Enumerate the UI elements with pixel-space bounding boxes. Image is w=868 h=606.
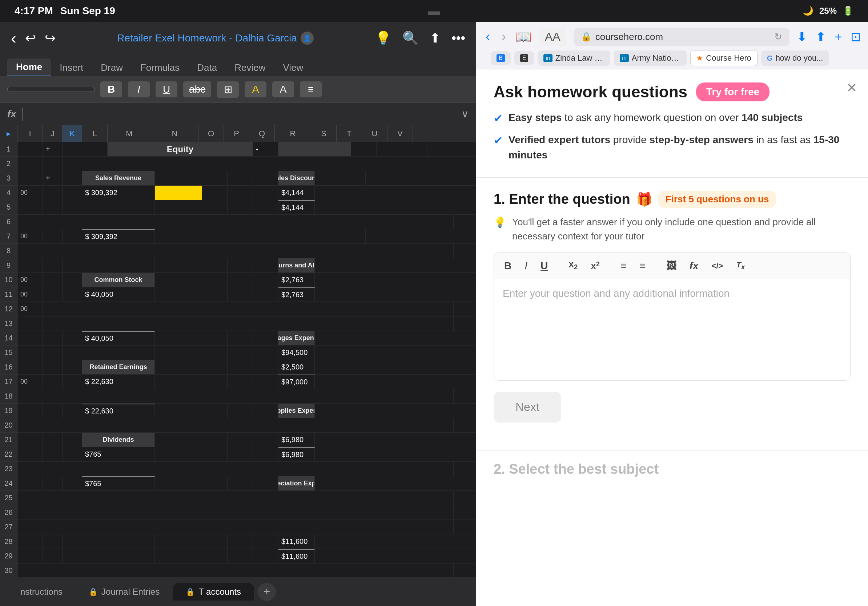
cell-i10[interactable]: 00	[17, 273, 43, 287]
cell-q29[interactable]	[253, 549, 278, 563]
cell-r29[interactable]: $11,600	[278, 549, 315, 563]
cell-k24[interactable]	[62, 476, 82, 490]
cell-i4[interactable]: 00	[17, 186, 43, 200]
cell-j14[interactable]	[43, 331, 62, 345]
select-all-btn[interactable]: ▸	[0, 125, 17, 142]
cell-o21[interactable]	[202, 433, 228, 447]
fill-color-btn[interactable]: A	[245, 81, 267, 97]
cell-r11[interactable]: $2,763	[278, 288, 315, 301]
bookmarks-icon[interactable]: 📖	[515, 29, 532, 44]
cell-k15[interactable]	[62, 346, 82, 360]
cell-j9[interactable]	[43, 258, 62, 272]
superscript-editor-btn[interactable]: X2	[588, 259, 603, 273]
col-p[interactable]: P	[224, 125, 250, 142]
font-color-btn[interactable]: A	[272, 81, 294, 97]
lightbulb-icon[interactable]: 💡	[375, 31, 392, 46]
new-tab-icon[interactable]: +	[835, 30, 842, 44]
ordered-list-btn[interactable]: ≡	[618, 259, 629, 273]
cell-r15[interactable]: $94,500	[278, 346, 315, 360]
cell-i2[interactable]	[17, 156, 43, 171]
cell-p9[interactable]	[228, 258, 253, 272]
cell-o19[interactable]	[202, 403, 228, 418]
tab-journal-entries[interactable]: 🔒 Journal Entries	[76, 583, 173, 601]
image-btn[interactable]: 🖼	[663, 258, 679, 273]
cell-m14[interactable]: $ 40,050	[82, 331, 155, 345]
cell-row8[interactable]	[17, 244, 454, 258]
cell-q4[interactable]	[253, 186, 278, 200]
clear-format-btn[interactable]: Tx	[733, 259, 748, 272]
cell-j24[interactable]	[43, 476, 62, 490]
cell-row23[interactable]	[17, 462, 454, 476]
cell-r22[interactable]: $6,980	[278, 447, 315, 461]
cell-i17[interactable]: 00	[17, 374, 43, 389]
cell-o11[interactable]	[202, 288, 228, 301]
col-i[interactable]: I	[17, 125, 43, 142]
align-btn[interactable]: ≡	[300, 81, 322, 97]
cell-i5[interactable]	[17, 200, 43, 214]
cell-o22[interactable]	[202, 447, 228, 461]
cell-i22[interactable]	[17, 447, 43, 461]
cell-m4[interactable]: $ 309,392	[82, 186, 155, 200]
cell-l2-rest[interactable]	[82, 156, 398, 171]
cell-j17[interactable]	[43, 374, 62, 389]
cell-o1[interactable]: -	[253, 142, 278, 156]
share-icon[interactable]: ⬆	[429, 31, 440, 46]
tab-home[interactable]: Home	[7, 59, 51, 76]
cell-n11[interactable]	[155, 288, 202, 301]
underline-btn[interactable]: U	[156, 81, 177, 97]
cell-p5[interactable]	[228, 200, 253, 214]
cell-m11[interactable]: $ 40,050	[82, 288, 155, 301]
cell-o10[interactable]	[202, 273, 228, 287]
cell-n5[interactable]	[155, 200, 202, 214]
cell-o24[interactable]	[202, 476, 228, 490]
cell-i14[interactable]	[17, 331, 43, 345]
browser-back-btn[interactable]: ‹	[484, 27, 492, 46]
cell-row25[interactable]	[17, 491, 454, 505]
col-k[interactable]: K	[62, 125, 82, 142]
col-s[interactable]: S	[311, 125, 336, 142]
browser-forward-btn[interactable]: ›	[499, 27, 508, 46]
col-o[interactable]: O	[198, 125, 224, 142]
refresh-icon[interactable]: ↻	[774, 31, 782, 43]
cell-p4[interactable]	[228, 186, 253, 200]
cell-rest12[interactable]	[43, 302, 454, 316]
cell-o29[interactable]	[202, 549, 228, 563]
cell-q11[interactable]	[253, 288, 278, 301]
cell-k29[interactable]	[62, 549, 82, 563]
col-u[interactable]: U	[362, 125, 388, 142]
cell-n10[interactable]	[155, 273, 202, 287]
cell-k7[interactable]	[62, 229, 82, 243]
cell-p17[interactable]	[228, 374, 253, 389]
cell-i11[interactable]: 00	[17, 288, 43, 301]
cell-j28[interactable]	[43, 535, 62, 549]
cell-p16[interactable]	[228, 360, 253, 374]
cell-i28[interactable]	[17, 535, 43, 549]
merge-btn[interactable]: ⊞	[217, 81, 239, 98]
tab-data[interactable]: Data	[188, 59, 226, 76]
cell-k16[interactable]	[62, 360, 82, 374]
cell-q10[interactable]	[253, 273, 278, 287]
more-icon[interactable]: •••	[451, 31, 465, 46]
cell-r5[interactable]: $4,144	[278, 200, 315, 214]
col-r[interactable]: R	[275, 125, 311, 142]
cell-q16[interactable]	[253, 360, 278, 374]
cell-j22[interactable]	[43, 447, 62, 461]
cell-l1[interactable]	[82, 142, 108, 156]
tabs-grid-icon[interactable]: ⊡	[851, 29, 861, 44]
cell-i29[interactable]	[17, 549, 43, 563]
share-browser-icon[interactable]: ⬆	[816, 29, 826, 44]
strikethrough-btn[interactable]: abc	[183, 81, 211, 97]
cell-n7[interactable]	[155, 229, 202, 243]
cell-q24[interactable]	[253, 476, 278, 490]
cell-o17[interactable]	[202, 374, 228, 389]
cell-n4-yellow[interactable]	[155, 186, 202, 200]
undo-icon[interactable]: ↩	[25, 31, 36, 46]
cell-j11[interactable]	[43, 288, 62, 301]
col-n[interactable]: N	[151, 125, 198, 142]
cell-i12[interactable]: 00	[17, 302, 43, 316]
cell-n17[interactable]	[155, 374, 202, 389]
cell-p22[interactable]	[228, 447, 253, 461]
italic-btn[interactable]: I	[128, 81, 150, 97]
cell-p15[interactable]	[228, 346, 253, 360]
cell-n24[interactable]	[155, 476, 202, 490]
